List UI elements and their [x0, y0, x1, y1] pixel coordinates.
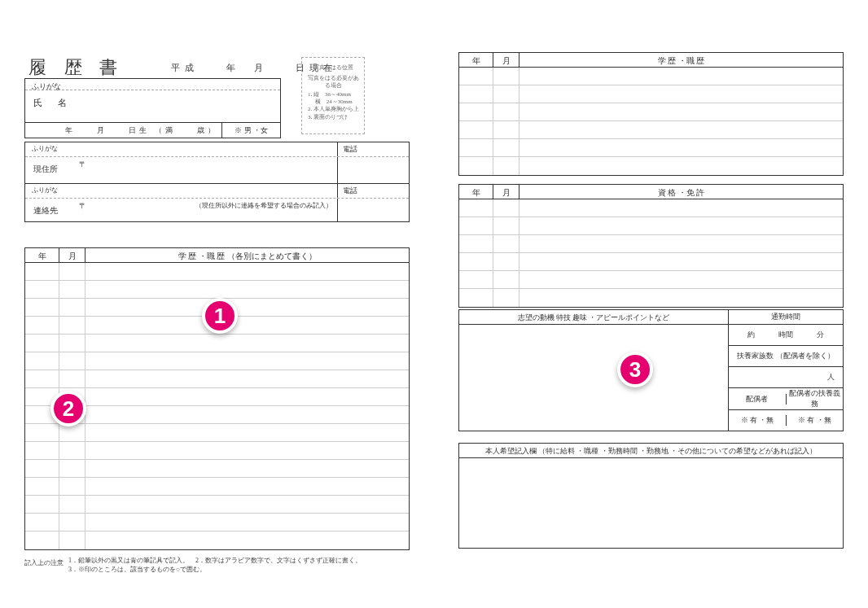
qual-row[interactable]: [459, 199, 843, 217]
history-row[interactable]: [25, 335, 409, 352]
name-label: 氏 名: [25, 90, 78, 122]
qual-row[interactable]: [459, 289, 843, 307]
resume-right-page: 年 月 学 歴 ・職 歴 年 月 資 格 ・免 許: [458, 24, 844, 584]
dob-field[interactable]: 年 月 日生 （満 歳）: [62, 123, 221, 138]
badge-3: 3: [617, 352, 653, 387]
motivation-header: 志望の動機 特技 趣味 ・アピールポイントなど: [459, 310, 728, 325]
postal-mark1: 〒: [76, 157, 90, 183]
spouse-support-yesno[interactable]: ※ 有 ・無: [787, 415, 844, 426]
col-month: 月: [493, 185, 519, 199]
motivation-field[interactable]: [459, 325, 728, 431]
address-block: ふりがな 電話 現住所 〒 ふりがな 電話 連絡先 〒 （現住所以外に連絡を希望…: [24, 142, 410, 222]
commute-value[interactable]: 約 時間 分: [729, 325, 843, 346]
name-field[interactable]: [78, 90, 280, 122]
history-row[interactable]: [459, 68, 843, 85]
spouse-label: 配偶者: [729, 394, 787, 405]
photo-placeholder: 写真をはる位置 写真をはる必要がある場合 1. 縦 36～40mm 横 24～3…: [301, 57, 365, 134]
col-qualifications: 資 格 ・免 許: [519, 185, 843, 199]
notes-label: 記入上の注意: [24, 557, 64, 574]
photo-line2: 2. 本人単身胸から上: [308, 106, 361, 113]
addr-furigana2: ふりがな: [25, 184, 337, 195]
history-row[interactable]: [25, 352, 409, 370]
dependents-label: 扶養家族数 （配偶者を除く）: [729, 346, 843, 367]
history-row[interactable]: [459, 139, 843, 157]
photo-line3: 3. 裏面のりづけ: [308, 114, 361, 121]
qual-row[interactable]: [459, 253, 843, 271]
history-row[interactable]: [25, 531, 409, 549]
col-month: 月: [59, 248, 85, 262]
current-addr-label: 現住所: [25, 157, 76, 183]
wish-block: 本人希望記入欄 （特に給料 ・職種 ・勤務時間 ・勤務地 ・その他についての希望…: [458, 443, 844, 549]
qualifications-block: 年 月 資 格 ・免 許: [458, 184, 844, 308]
col-month: 月: [493, 53, 519, 67]
col-year: 年: [459, 185, 493, 199]
gender-field[interactable]: ※ 男 ・女: [221, 123, 280, 138]
history-row[interactable]: [459, 85, 843, 103]
postal-mark2: 〒: [76, 199, 90, 225]
commute-label: 通勤時間: [729, 310, 843, 325]
resume-left-page: 履 歴 書 平成 年 月 日現在 写真をはる位置 写真をはる必要がある場合 1.…: [24, 24, 410, 584]
col-year: 年: [459, 53, 493, 67]
history-row[interactable]: [25, 460, 409, 478]
history-row[interactable]: [459, 103, 843, 121]
contact-note: （現住所以外に連絡を希望する場合のみ記入）: [191, 199, 337, 225]
spouse-support-label: 配偶者の扶養義務: [787, 388, 844, 409]
history-row[interactable]: [459, 121, 843, 139]
tel-field2[interactable]: [337, 199, 409, 221]
contact-addr-label: 連絡先: [25, 199, 76, 225]
furigana-label: ふりがな: [25, 79, 68, 90]
history-row[interactable]: [25, 424, 409, 442]
photo-line1: 1. 縦 36～40mm: [308, 91, 361, 98]
history-row[interactable]: [25, 514, 409, 531]
photo-note: 写真をはる必要がある場合: [305, 75, 361, 90]
fill-notes: 記入上の注意 1．鉛筆以外の黒又は青の筆記具で記入。 2．数字はアラビア数字で、…: [24, 557, 362, 574]
notes-line1: 1．鉛筆以外の黒又は青の筆記具で記入。 2．数字はアラビア数字で、文字はくずさず…: [68, 557, 362, 565]
tel-label2: 電話: [337, 184, 409, 198]
history-row[interactable]: [459, 157, 843, 175]
tel-label1: 電話: [337, 142, 409, 156]
history-row[interactable]: [25, 263, 409, 281]
document-title: 履 歴 書: [28, 55, 124, 80]
col-history: 学 歴 ・職 歴 （各別にまとめて書く）: [85, 248, 409, 262]
wish-header: 本人希望記入欄 （特に給料 ・職種 ・勤務時間 ・勤務地 ・その他についての希望…: [459, 444, 843, 458]
photo-title: 写真をはる位置: [305, 64, 361, 72]
badge-1: 1: [202, 298, 238, 334]
history-row[interactable]: [25, 478, 409, 496]
personal-info-block: ふりがな 氏 名 年 月 日生 （満 歳） ※ 男 ・女: [24, 78, 281, 138]
tel-field1[interactable]: [337, 157, 409, 183]
qual-row[interactable]: [459, 271, 843, 289]
history-row[interactable]: [25, 281, 409, 299]
col-history-r1: 学 歴 ・職 歴: [519, 53, 843, 67]
qual-row[interactable]: [459, 217, 843, 235]
qual-row[interactable]: [459, 235, 843, 253]
spouse-yesno[interactable]: ※ 有 ・無: [729, 415, 787, 426]
history-row[interactable]: [25, 496, 409, 514]
notes-line2: 3．※印のところは、該当するものを○で囲む。: [68, 566, 362, 574]
history-row[interactable]: [25, 442, 409, 460]
dependents-value[interactable]: 人: [729, 367, 843, 388]
history-block-right1: 年 月 学 歴 ・職 歴: [458, 52, 844, 176]
badge-2: 2: [50, 391, 86, 426]
history-row[interactable]: [25, 370, 409, 388]
addr-furigana1: ふりがな: [25, 142, 337, 153]
photo-line1b: 横 24～30mm: [308, 98, 361, 106]
col-year: 年: [25, 248, 59, 262]
